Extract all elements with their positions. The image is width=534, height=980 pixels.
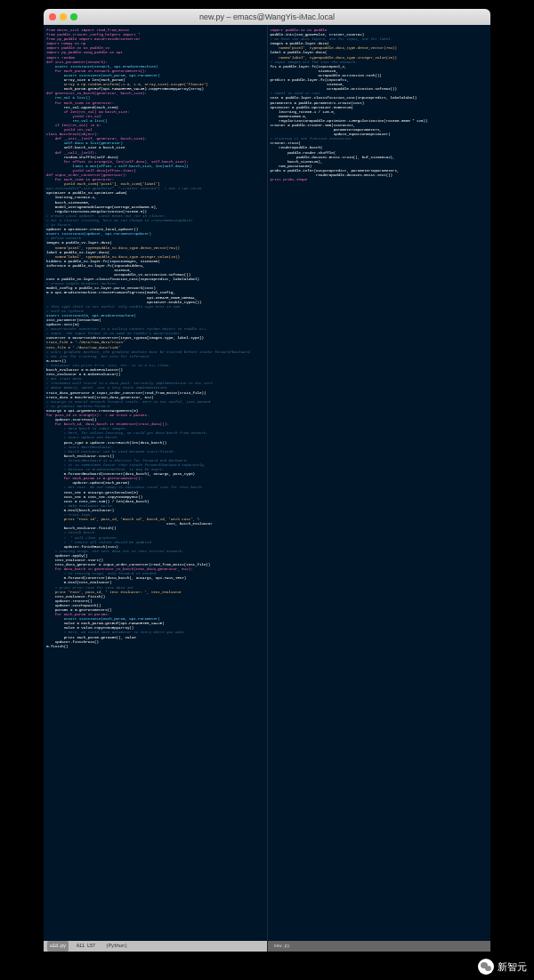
code-line: m.finish() <box>46 645 264 649</box>
code-line: # start gradient machine, the gradient m… <box>46 350 264 355</box>
modeline-filename: new.py <box>271 941 293 952</box>
modeline-position: All L57 <box>74 941 98 952</box>
code-line: print probs.shape <box>271 178 489 182</box>
brand-text: 新智元 <box>498 960 527 974</box>
watermark: 新智元 <box>478 959 527 975</box>
modeline-mode: (Python) <box>103 941 130 952</box>
left-buffer[interactable]: from mnist_util import read_from_mnistfr… <box>44 25 267 941</box>
left-pane: from mnist_util import read_from_mnistfr… <box>44 25 267 952</box>
left-modeline: old.py All L57 (Python) <box>44 941 267 952</box>
split-panes: from mnist_util import read_from_mnistfr… <box>44 25 490 952</box>
window-title: new.py – emacs@WangYis-iMac.local <box>44 12 490 21</box>
right-modeline: new.py <box>268 941 491 952</box>
right-buffer[interactable]: import paddle.v2 as paddlepaddle.init(us… <box>268 25 491 941</box>
editor-window: new.py – emacs@WangYis-iMac.local from m… <box>44 9 490 952</box>
modeline-filename: old.py <box>47 941 69 952</box>
right-pane: import paddle.v2 as paddlepaddle.init(us… <box>267 25 491 952</box>
wechat-icon <box>478 959 494 975</box>
titlebar[interactable]: new.py – emacs@WangYis-iMac.local <box>44 9 490 25</box>
